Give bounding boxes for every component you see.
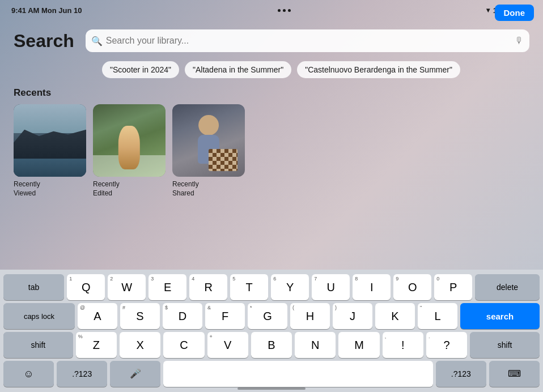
f-key[interactable]: &F <box>205 303 245 329</box>
shift-right-key[interactable]: shift <box>470 332 540 358</box>
keyboard-row-2: caps lock @A #S $D &F *G (H )J K "L sear… <box>3 303 540 329</box>
c-key[interactable]: C <box>163 332 204 358</box>
x-key[interactable]: X <box>120 332 160 358</box>
delete-key[interactable]: delete <box>475 274 540 300</box>
d-key[interactable]: $D <box>163 303 202 329</box>
j-key[interactable]: )J <box>333 303 372 329</box>
numbers1-key[interactable]: .?123 <box>57 361 107 387</box>
recents-grid: RecentlyViewed RecentlyEdited <box>14 104 529 198</box>
z-key[interactable]: %Z <box>76 332 117 358</box>
keyboard: tab 1Q 2W 3E 4R 5T 6Y 7U 8I 9O 0P delete… <box>0 270 543 392</box>
h-key[interactable]: (H <box>290 303 330 329</box>
keyboard-row-4: ☺ .?123 🎤 .?123 ⌨ <box>3 361 540 387</box>
n-key[interactable]: N <box>295 332 336 358</box>
recently-shared-label: RecentlyShared <box>172 180 199 198</box>
viewed-image <box>14 104 86 177</box>
wifi-icon: ▾ <box>486 6 490 14</box>
done-button[interactable]: Done <box>495 5 534 21</box>
search-key[interactable]: search <box>460 303 540 329</box>
search-header: Search 🔍 🎙 <box>0 20 543 57</box>
recent-item-edited[interactable]: RecentlyEdited <box>93 104 166 198</box>
recent-item-shared[interactable]: RecentlyShared <box>172 104 245 198</box>
mic-key[interactable]: 🎤 <box>110 361 160 387</box>
q-key[interactable]: 1Q <box>67 274 105 300</box>
w-key[interactable]: 2W <box>108 274 146 300</box>
recently-viewed-thumb <box>14 104 86 177</box>
keyboard-row-3: shift %Z X C +V B N M ,! .? shift <box>3 332 540 358</box>
k-key[interactable]: K <box>375 303 415 329</box>
v-key[interactable]: +V <box>207 332 248 358</box>
o-key[interactable]: 9O <box>393 274 431 300</box>
exclaim-key[interactable]: ,! <box>383 332 423 358</box>
status-dots <box>278 9 291 12</box>
e-key[interactable]: 3E <box>149 274 186 300</box>
search-bar-container: 🔍 🎙 <box>86 29 529 52</box>
recent-item-viewed[interactable]: RecentlyViewed <box>14 104 86 198</box>
r-key[interactable]: 4R <box>189 274 227 300</box>
recents-label: Recents <box>14 87 529 99</box>
recently-shared-thumb <box>172 104 245 177</box>
recents-section: Recents RecentlyViewed <box>0 85 543 207</box>
search-title: Search <box>14 31 74 52</box>
t-key[interactable]: 5T <box>230 274 268 300</box>
tab-key[interactable]: tab <box>3 274 64 300</box>
l-key[interactable]: "L <box>418 303 457 329</box>
keyboard-dismiss-key[interactable]: ⌨ <box>489 361 540 387</box>
status-bar: 9:41 AM Mon Jun 10 ▾ 100% <box>0 0 543 20</box>
home-indicator <box>237 387 306 390</box>
recently-edited-label: RecentlyEdited <box>93 180 120 198</box>
m-key[interactable]: M <box>338 332 379 358</box>
dot3 <box>288 9 291 12</box>
search-icon: 🔍 <box>91 36 103 46</box>
dot1 <box>278 9 281 12</box>
caps-lock-key[interactable]: caps lock <box>3 303 75 329</box>
search-input[interactable] <box>86 29 529 52</box>
p-key[interactable]: 0P <box>434 274 472 300</box>
a-key[interactable]: @A <box>78 303 117 329</box>
y-key[interactable]: 6Y <box>271 274 309 300</box>
space-key[interactable] <box>163 361 432 387</box>
mic-icon[interactable]: 🎙 <box>515 36 524 46</box>
s-key[interactable]: #S <box>120 303 160 329</box>
u-key[interactable]: 7U <box>312 274 350 300</box>
edited-image <box>93 104 166 177</box>
suggestion-chip-1[interactable]: "Altadena in the Summer" <box>185 61 291 78</box>
keyboard-row-1: tab 1Q 2W 3E 4R 5T 6Y 7U 8I 9O 0P delete <box>3 274 540 300</box>
suggestions-row: "Scooter in 2024" "Altadena in the Summe… <box>0 57 543 85</box>
suggestion-chip-2[interactable]: "Castelnuovo Berardenga in the Summer" <box>297 61 460 78</box>
numbers2-key[interactable]: .?123 <box>436 361 486 387</box>
shift-left-key[interactable]: shift <box>3 332 73 358</box>
recently-edited-thumb <box>93 104 166 177</box>
shared-image <box>172 104 245 177</box>
question-key[interactable]: .? <box>426 332 467 358</box>
i-key[interactable]: 8I <box>353 274 391 300</box>
b-key[interactable]: B <box>251 332 292 358</box>
dot2 <box>283 9 286 12</box>
suggestion-chip-0[interactable]: "Scooter in 2024" <box>102 61 179 78</box>
recently-viewed-label: RecentlyViewed <box>14 180 40 198</box>
status-time: 9:41 AM Mon Jun 10 <box>11 6 82 15</box>
g-key[interactable]: *G <box>248 303 287 329</box>
emoji-key[interactable]: ☺ <box>3 361 54 387</box>
